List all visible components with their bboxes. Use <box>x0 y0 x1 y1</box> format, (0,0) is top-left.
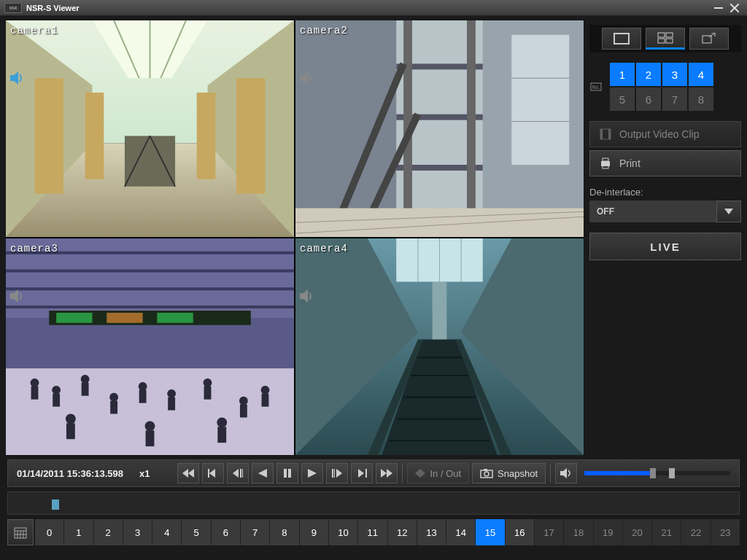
hour-9[interactable]: 9 <box>300 519 328 545</box>
playback-controls: 01/14/2011 15:36:13.598 x1 In / Out Snap… <box>0 455 747 548</box>
step-forward-button[interactable] <box>326 463 348 483</box>
separator <box>550 464 551 483</box>
timeline-track[interactable] <box>7 491 740 515</box>
svg-point-47 <box>31 378 39 387</box>
camera-number-3[interactable]: 3 <box>662 63 687 86</box>
hour-4[interactable]: 4 <box>152 519 181 545</box>
hour-2[interactable]: 2 <box>94 519 123 545</box>
camera-tile-4[interactable]: camera4 <box>295 238 584 455</box>
svg-marker-122 <box>415 469 420 478</box>
hour-20[interactable]: 20 <box>623 519 651 545</box>
camera-number-8[interactable]: 8 <box>689 88 713 111</box>
deinterlace-dropdown[interactable]: OFF <box>589 201 741 222</box>
volume-button[interactable] <box>555 463 577 483</box>
svg-rect-54 <box>110 401 117 414</box>
camera-number-2[interactable]: 2 <box>636 63 661 86</box>
svg-marker-88 <box>300 289 308 303</box>
hour-6[interactable]: 6 <box>212 519 240 545</box>
camera-number-7[interactable]: 7 <box>662 88 687 111</box>
hour-17[interactable]: 17 <box>535 519 563 545</box>
camera-number-5[interactable]: 5 <box>610 88 635 111</box>
svg-rect-7 <box>35 78 64 193</box>
svg-point-51 <box>81 375 90 384</box>
svg-rect-26 <box>467 20 476 237</box>
deinterlace-label: De-interlace: <box>589 187 741 198</box>
minimize-button[interactable] <box>711 3 727 13</box>
svg-rect-9 <box>236 78 266 193</box>
hour-8[interactable]: 8 <box>270 519 298 545</box>
close-button[interactable] <box>727 3 743 13</box>
hour-22[interactable]: 22 <box>681 519 710 545</box>
hour-21[interactable]: 21 <box>652 519 681 545</box>
volume-slider[interactable] <box>584 471 730 475</box>
prev-frame-button[interactable] <box>202 463 224 483</box>
dropdown-arrow-icon[interactable] <box>716 201 741 222</box>
hour-14[interactable]: 14 <box>446 519 475 545</box>
camera-number-4[interactable]: 4 <box>689 63 713 86</box>
forward-fast-button[interactable] <box>376 463 398 483</box>
camera-number-icon: No. <box>589 80 605 93</box>
camera-icon <box>480 468 493 478</box>
step-back-button[interactable] <box>227 463 249 483</box>
svg-rect-8 <box>85 93 104 179</box>
hour-3[interactable]: 3 <box>123 519 152 545</box>
svg-marker-121 <box>387 469 392 478</box>
svg-rect-116 <box>334 469 335 478</box>
hour-15[interactable]: 15 <box>476 519 504 545</box>
hour-19[interactable]: 19 <box>594 519 622 545</box>
svg-rect-98 <box>600 129 603 139</box>
next-frame-button[interactable] <box>351 463 373 483</box>
pause-button[interactable] <box>276 463 298 483</box>
play-reverse-button[interactable] <box>252 463 274 483</box>
hour-16[interactable]: 16 <box>506 519 534 545</box>
title-bar: NSR NSR-S Viewer <box>0 0 747 16</box>
camera-tile-3[interactable]: camera3 <box>6 238 294 455</box>
svg-point-63 <box>261 386 270 394</box>
svg-marker-105 <box>188 469 194 478</box>
in-out-button[interactable]: In / Out <box>407 463 469 483</box>
hour-10[interactable]: 10 <box>329 519 357 545</box>
play-button[interactable] <box>301 463 323 483</box>
hour-13[interactable]: 13 <box>417 519 446 545</box>
layout-popout-button[interactable] <box>689 28 729 50</box>
svg-point-49 <box>52 386 61 394</box>
live-label: LIVE <box>650 241 680 253</box>
camera-label: camera3 <box>10 243 58 254</box>
camera-tile-2[interactable]: camera2 <box>295 20 584 237</box>
hour-18[interactable]: 18 <box>564 519 592 545</box>
app-logo-icon: NSR <box>4 3 22 13</box>
audio-icon <box>10 289 25 303</box>
svg-marker-106 <box>209 469 215 478</box>
svg-rect-115 <box>332 469 333 478</box>
svg-marker-71 <box>10 289 18 303</box>
hours-row: 01234567891011121314151617181920212223 <box>7 519 740 545</box>
camera-label: camera4 <box>300 243 348 254</box>
snapshot-label: Snapshot <box>498 468 538 479</box>
svg-marker-35 <box>300 71 308 85</box>
live-button[interactable]: LIVE <box>589 233 741 260</box>
print-button[interactable]: Print <box>589 150 741 176</box>
output-video-clip-button[interactable]: Output Video Clip <box>589 121 741 147</box>
hour-5[interactable]: 5 <box>182 519 210 545</box>
hour-12[interactable]: 12 <box>388 519 417 545</box>
camera-tile-1[interactable]: camera1 <box>6 20 294 237</box>
hour-7[interactable]: 7 <box>241 519 269 545</box>
hour-23[interactable]: 23 <box>711 519 740 545</box>
svg-marker-120 <box>381 469 387 478</box>
timeline-marker-icon[interactable] <box>52 499 59 510</box>
snapshot-button[interactable]: Snapshot <box>472 463 546 483</box>
audio-icon <box>10 71 25 85</box>
rewind-fast-button[interactable] <box>177 463 199 483</box>
svg-point-53 <box>109 393 118 402</box>
layout-quad-button[interactable] <box>646 28 685 50</box>
hour-1[interactable]: 1 <box>64 519 93 545</box>
camera-number-6[interactable]: 6 <box>636 88 661 111</box>
svg-rect-0 <box>714 7 723 9</box>
hour-11[interactable]: 11 <box>358 519 387 545</box>
hour-0[interactable]: 0 <box>35 519 63 545</box>
svg-rect-110 <box>242 469 243 478</box>
camera-number-1[interactable]: 1 <box>610 63 635 86</box>
calendar-button[interactable] <box>7 519 34 545</box>
separator <box>402 464 403 483</box>
layout-single-button[interactable] <box>602 28 641 50</box>
